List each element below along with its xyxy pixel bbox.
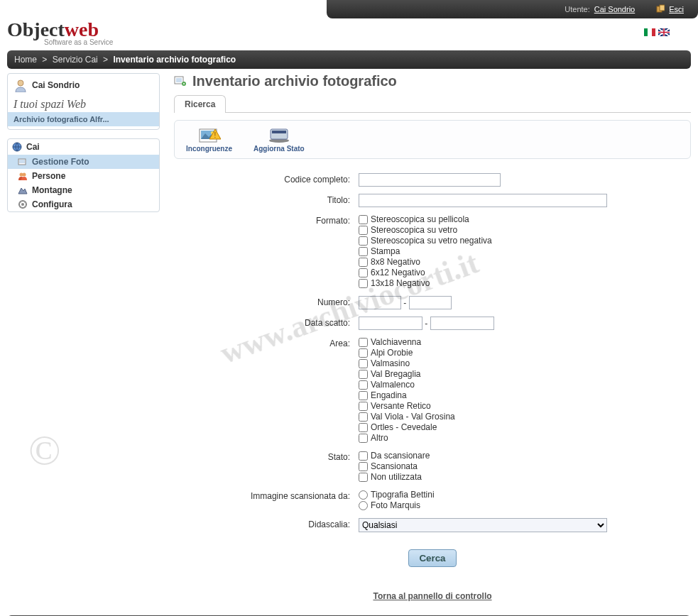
- userbox-name: Cai Sondrio: [32, 80, 80, 90]
- area-checkbox[interactable]: [359, 348, 368, 358]
- formato-option: 8x8 Negativo: [359, 257, 691, 267]
- area-label: Versante Retico: [371, 401, 431, 411]
- flag-uk-icon[interactable]: [658, 28, 670, 36]
- stato-checkbox[interactable]: [359, 473, 368, 482]
- scansionata-label: Foto Marquis: [371, 500, 420, 510]
- area-checkbox[interactable]: [359, 370, 368, 379]
- stato-checkbox[interactable]: [359, 462, 368, 471]
- navbox-title-label: Cai: [26, 142, 40, 152]
- logo: Objectweb Software as a Service: [7, 18, 113, 46]
- area-option: Valchiavenna: [359, 337, 691, 347]
- nav-icon: [18, 185, 28, 195]
- logout-link[interactable]: Esci: [669, 5, 684, 13]
- formato-checkbox[interactable]: [359, 258, 368, 267]
- formato-checkbox[interactable]: [359, 268, 368, 277]
- area-checkbox[interactable]: [359, 434, 368, 443]
- data-sep: -: [425, 319, 427, 329]
- formato-option: Stampa: [359, 246, 691, 256]
- label-scansionata-da: Immagine scansionata da:: [174, 490, 359, 511]
- nav-icon: [18, 171, 28, 181]
- topbar-user-link[interactable]: Cai Sondrio: [594, 5, 635, 13]
- userbox-spazi: I tuoi spazi Web: [8, 97, 159, 112]
- formato-checkbox[interactable]: [359, 226, 368, 235]
- area-checkbox[interactable]: [359, 402, 368, 411]
- formato-option: 6x12 Negativo: [359, 268, 691, 277]
- select-didascalia[interactable]: Qualsiasi: [359, 518, 607, 532]
- toolbar-incongruenze[interactable]: ! Incongruenze: [186, 126, 232, 153]
- area-checkbox[interactable]: [359, 359, 368, 368]
- input-numero-from[interactable]: [359, 296, 401, 309]
- globe-icon: [12, 142, 22, 152]
- formato-label: 8x8 Negativo: [371, 257, 420, 267]
- scansionata-radio[interactable]: [359, 501, 368, 510]
- nav-item-gestione-foto[interactable]: Gestione Foto: [8, 155, 159, 169]
- page-title-icon: [174, 75, 187, 88]
- navbox: Cai Gestione FotoPersoneMontagneConfigur…: [7, 138, 160, 212]
- input-codice[interactable]: [359, 173, 501, 187]
- scansionata-option: Foto Marquis: [359, 500, 691, 510]
- cerca-button[interactable]: Cerca: [408, 549, 456, 567]
- stato-label: Scansionata: [371, 461, 418, 471]
- breadcrumb-sep: >: [42, 55, 47, 65]
- input-data-to[interactable]: [430, 317, 494, 330]
- input-numero-to[interactable]: [409, 296, 452, 309]
- input-data-from[interactable]: [359, 317, 422, 330]
- formato-label: Stereoscopica su pellicola: [371, 214, 469, 224]
- area-label: Alpi Orobie: [371, 348, 413, 358]
- toolbar-aggiorna-label: Aggiorna Stato: [253, 145, 305, 153]
- label-data-scatto: Data scatto:: [174, 317, 359, 330]
- area-option: Valmalenco: [359, 380, 691, 390]
- area-label: Engadina: [371, 390, 407, 400]
- area-label: Val Viola - Val Grosina: [371, 412, 455, 422]
- back-link[interactable]: Torna al pannello di controllo: [373, 591, 491, 601]
- svg-rect-6: [19, 160, 25, 163]
- stato-option: Scansionata: [359, 461, 691, 471]
- breadcrumb-home[interactable]: Home: [14, 55, 37, 65]
- nav-item-label: Montagne: [32, 185, 72, 195]
- navbox-title: Cai: [8, 139, 159, 155]
- area-label: Val Bregaglia: [371, 369, 421, 379]
- area-checkbox[interactable]: [359, 412, 368, 422]
- formato-checkbox[interactable]: [359, 279, 368, 288]
- scansionata-radio[interactable]: [359, 490, 368, 500]
- area-option: Val Viola - Val Grosina: [359, 412, 691, 422]
- topbar-logout[interactable]: Esci: [656, 4, 684, 14]
- stato-checkbox[interactable]: [359, 451, 368, 461]
- flag-it-icon[interactable]: [644, 28, 655, 36]
- toolbar-aggiorna[interactable]: Aggiorna Stato: [253, 126, 305, 153]
- svg-point-8: [23, 173, 26, 177]
- area-checkbox[interactable]: [359, 391, 368, 400]
- tab-ricerca[interactable]: Ricerca: [174, 95, 226, 113]
- photo-warning-icon: !: [198, 126, 221, 143]
- area-checkbox[interactable]: [359, 380, 368, 390]
- area-label: Valchiavenna: [371, 337, 421, 347]
- userbox-archive-link[interactable]: Archivio fotografico Alfr...: [8, 112, 159, 126]
- area-option: Alpi Orobie: [359, 348, 691, 358]
- formato-checkbox[interactable]: [359, 247, 368, 256]
- formato-checkbox[interactable]: [359, 215, 368, 224]
- formato-option: 13x18 Negativo: [359, 278, 691, 288]
- breadcrumb-service[interactable]: Servizio Cai: [53, 55, 98, 65]
- area-option: Valmasino: [359, 358, 691, 368]
- topbar: Utente: Cai Sondrio Esci: [327, 0, 698, 18]
- area-checkbox[interactable]: [359, 423, 368, 432]
- formato-label: 13x18 Negativo: [371, 278, 430, 288]
- area-option: Engadina: [359, 390, 691, 400]
- search-form: Codice completo: Titolo: Formato: Stereo…: [174, 159, 691, 581]
- area-checkbox[interactable]: [359, 338, 368, 347]
- input-titolo[interactable]: [359, 194, 607, 207]
- logout-icon: [656, 4, 665, 14]
- scansionata-label: Tipografia Bettini: [371, 490, 435, 500]
- nav-item-persone[interactable]: Persone: [8, 169, 159, 183]
- label-area: Area:: [174, 337, 359, 444]
- svg-point-3: [18, 80, 23, 86]
- userbox: Cai Sondrio I tuoi spazi Web Archivio fo…: [7, 73, 160, 130]
- label-stato: Stato:: [174, 451, 359, 483]
- nav-icon: [18, 157, 28, 167]
- stato-option: Non utilizzata: [359, 472, 691, 482]
- stato-option: Da scansionare: [359, 451, 691, 461]
- nav-item-configura[interactable]: Configura: [8, 197, 159, 211]
- nav-item-montagne[interactable]: Montagne: [8, 183, 159, 197]
- formato-checkbox[interactable]: [359, 236, 368, 246]
- label-didascalia: Didascalia:: [174, 518, 359, 532]
